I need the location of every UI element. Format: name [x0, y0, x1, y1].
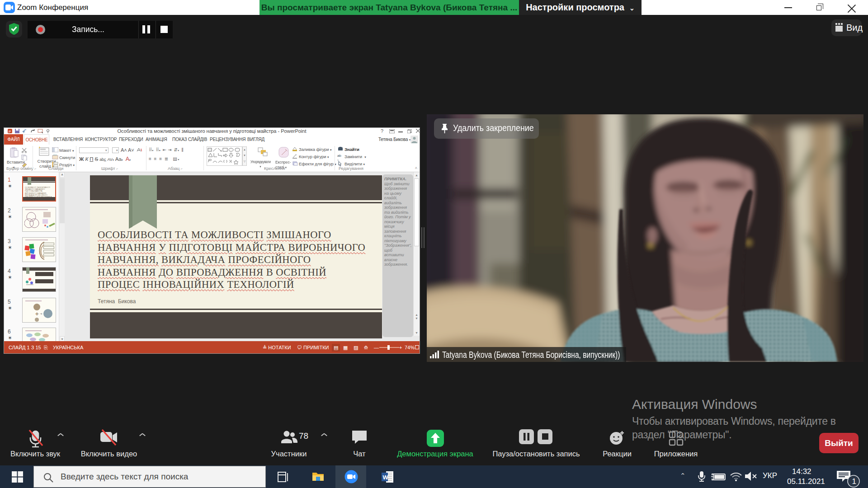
svg-text:W: W [383, 474, 389, 481]
svg-text:1: 1 [852, 477, 856, 486]
